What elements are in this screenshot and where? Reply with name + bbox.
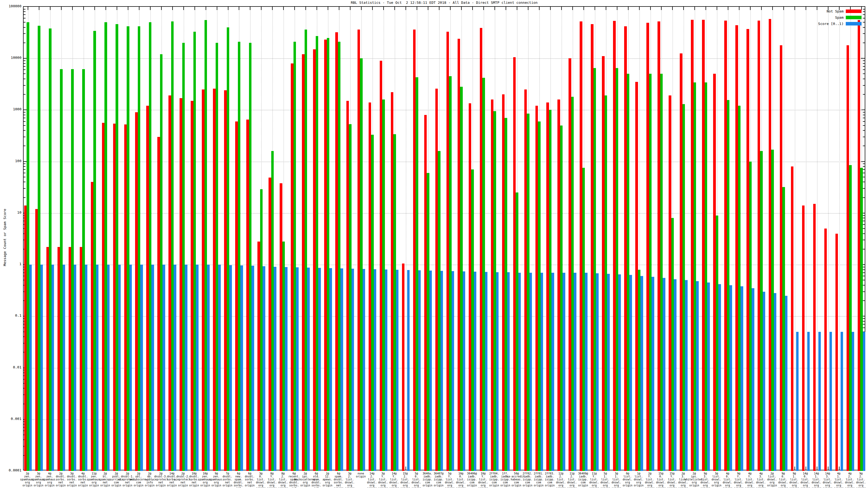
bar-score xyxy=(785,296,788,471)
bar-score xyxy=(629,275,632,471)
bar-score xyxy=(730,285,732,471)
y-tick-label: 0.0001 xyxy=(0,468,22,472)
y-minor-tick xyxy=(863,42,865,43)
y-minor-tick xyxy=(863,182,865,182)
bar-not-spam xyxy=(168,95,171,471)
y-minor-tick xyxy=(24,18,26,19)
bar-not-spam xyxy=(202,90,205,471)
y-minor-tick xyxy=(24,112,26,112)
x-top-tick xyxy=(416,7,417,10)
bar-spam xyxy=(560,126,563,471)
x-top-tick xyxy=(150,7,151,10)
bar-not-spam xyxy=(291,63,293,471)
bar-spam xyxy=(738,106,741,471)
bar-not-spam xyxy=(835,234,838,471)
y-tick-label: 1000 xyxy=(0,107,22,111)
bar-not-spam xyxy=(391,92,394,471)
bar-spam xyxy=(149,22,152,471)
y-minor-tick xyxy=(24,125,26,126)
bar-not-spam xyxy=(224,90,227,471)
bar-spam xyxy=(415,77,418,471)
bar-score xyxy=(251,266,254,471)
bar-score xyxy=(818,332,821,471)
x-top-tick xyxy=(472,7,473,10)
bar-score xyxy=(707,283,710,471)
bar-score xyxy=(285,267,287,471)
bar-score xyxy=(552,273,554,471)
bar-spam xyxy=(349,124,351,471)
y-tick-label: 10000 xyxy=(0,56,22,60)
bar-not-spam xyxy=(580,22,582,471)
y-minor-tick xyxy=(863,130,865,131)
x-top-tick xyxy=(750,7,750,10)
x-top-tick xyxy=(217,7,217,10)
bar-not-spam xyxy=(58,247,60,471)
y-minor-tick xyxy=(863,215,865,216)
y-minor-tick xyxy=(863,69,865,70)
bar-not-spam xyxy=(80,247,83,471)
bar-not-spam xyxy=(680,54,682,471)
y-minor-tick xyxy=(863,267,865,267)
bar-spam xyxy=(171,22,174,471)
x-top-tick xyxy=(650,7,651,10)
x-gridline xyxy=(839,7,840,470)
x-top-tick xyxy=(484,7,484,10)
bar-not-spam xyxy=(46,247,49,471)
x-top-tick xyxy=(28,7,28,10)
bar-spam xyxy=(593,68,596,471)
bar-spam xyxy=(393,134,396,471)
y-minor-tick xyxy=(24,42,26,43)
bar-score xyxy=(63,265,65,471)
bar-score xyxy=(485,272,488,471)
bar-spam xyxy=(760,151,763,471)
legend-row: Not Spam xyxy=(811,9,865,13)
x-top-tick xyxy=(739,7,739,10)
bar-spam xyxy=(449,76,452,471)
x-top-tick xyxy=(405,7,406,10)
bar-score xyxy=(185,265,187,471)
y-minor-tick xyxy=(863,145,865,146)
x-gridline xyxy=(406,7,406,470)
x-gridline xyxy=(795,7,795,470)
bar-not-spam xyxy=(858,20,860,471)
y-minor-tick xyxy=(24,14,26,15)
y-minor-tick xyxy=(863,137,865,137)
bar-not-spam xyxy=(269,177,271,471)
y-minor-tick xyxy=(24,94,26,95)
y-minor-tick xyxy=(863,112,865,112)
bar-spam xyxy=(293,42,296,471)
bar-score xyxy=(274,267,276,471)
bar-spam xyxy=(238,42,241,471)
bar-not-spam xyxy=(524,90,527,471)
bar-not-spam xyxy=(235,122,238,471)
bar-not-spam xyxy=(757,21,760,471)
bar-score xyxy=(40,265,43,471)
bar-spam xyxy=(249,43,252,471)
bar-not-spam xyxy=(657,22,660,471)
bar-not-spam xyxy=(502,94,505,471)
bar-not-spam xyxy=(313,50,316,471)
x-top-tick xyxy=(72,7,73,10)
y-minor-tick xyxy=(863,276,865,276)
y-minor-tick xyxy=(24,63,26,64)
bar-score xyxy=(440,271,443,471)
bar-spam xyxy=(782,187,785,471)
bar-spam xyxy=(338,42,341,471)
y-minor-tick xyxy=(24,163,26,164)
x-top-tick xyxy=(584,7,584,10)
y-minor-tick xyxy=(24,145,26,146)
bar-score xyxy=(674,279,677,471)
bar-not-spam xyxy=(735,25,738,471)
y-minor-tick xyxy=(863,324,865,325)
bar-spam xyxy=(49,29,52,471)
bar-spam xyxy=(527,113,529,471)
x-top-tick xyxy=(239,7,239,10)
bar-score xyxy=(529,273,532,471)
bar-score xyxy=(118,265,121,471)
y-minor-tick xyxy=(24,177,26,177)
x-top-tick xyxy=(361,7,362,10)
bar-spam xyxy=(638,270,641,471)
bar-score xyxy=(585,273,588,471)
bar-spam xyxy=(371,135,374,471)
y-minor-tick xyxy=(24,33,26,34)
